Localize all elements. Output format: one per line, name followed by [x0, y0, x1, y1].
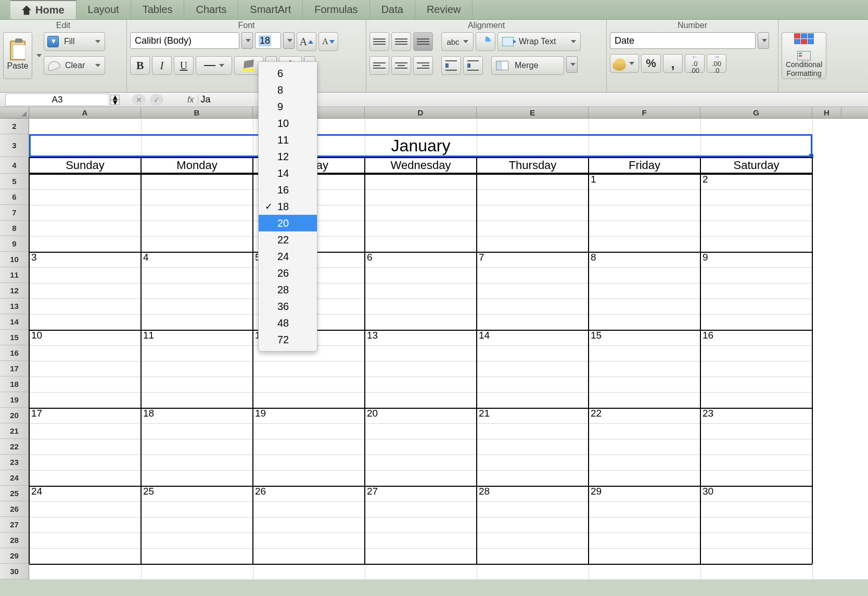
- row-header-30[interactable]: 30: [0, 564, 29, 579]
- row-header-6[interactable]: 6: [0, 189, 29, 205]
- font-size-dropdown[interactable]: [283, 32, 295, 49]
- font-size-option-18[interactable]: ✓18: [259, 198, 317, 215]
- font-size-option-26[interactable]: 26: [259, 265, 317, 281]
- decrease-font-button[interactable]: A: [318, 32, 338, 51]
- row-header-16[interactable]: 16: [0, 345, 29, 361]
- font-size-option-28[interactable]: 28: [259, 281, 317, 298]
- row-header-14[interactable]: 14: [0, 314, 29, 330]
- row-header-22[interactable]: 22: [0, 439, 29, 455]
- conditional-formatting-button[interactable]: Conditional Formatting: [782, 32, 826, 79]
- font-size-option-22[interactable]: 22: [259, 231, 317, 248]
- row-header-19[interactable]: 19: [0, 392, 29, 408]
- clear-button[interactable]: Clear: [44, 56, 105, 75]
- select-all-corner[interactable]: [0, 107, 29, 118]
- fill-button[interactable]: Fill: [44, 32, 105, 51]
- row-header-27[interactable]: 27: [0, 517, 29, 533]
- wrap-text-button[interactable]: Wrap Text: [497, 32, 581, 51]
- row-header-4[interactable]: 4: [0, 157, 29, 174]
- row-header-29[interactable]: 29: [0, 548, 29, 564]
- column-header-E[interactable]: E: [477, 107, 589, 118]
- font-size-option-72[interactable]: 72: [259, 331, 317, 348]
- number-format-select[interactable]: Date: [610, 32, 756, 49]
- name-box-stepper[interactable]: ▴ ▾: [110, 95, 120, 105]
- row-header-28[interactable]: 28: [0, 533, 29, 548]
- accept-formula-button[interactable]: ✓: [150, 94, 163, 106]
- merge-dropdown[interactable]: [566, 56, 578, 73]
- font-size-option-12[interactable]: 12: [259, 148, 317, 165]
- text-direction-button[interactable]: [476, 32, 495, 51]
- orientation-button[interactable]: abc: [441, 32, 474, 51]
- increase-decimal-button[interactable]: ← .0 .00: [685, 54, 705, 73]
- align-middle-button[interactable]: [391, 32, 411, 51]
- align-left-button[interactable]: [369, 56, 389, 75]
- font-size-option-36[interactable]: 36: [259, 298, 317, 315]
- row-header-5[interactable]: 5: [0, 174, 29, 189]
- cells-area[interactable]: JanuarySundayMondayayWednesdayThursdayFr…: [29, 119, 868, 579]
- row-header-13[interactable]: 13: [0, 299, 29, 314]
- tab-smartart[interactable]: SmartArt: [238, 0, 303, 19]
- font-size-option-48[interactable]: 48: [259, 315, 317, 331]
- paste-button[interactable]: Paste: [3, 32, 32, 79]
- row-header-18[interactable]: 18: [0, 377, 29, 392]
- column-header-D[interactable]: D: [365, 107, 477, 118]
- align-top-button[interactable]: [369, 32, 389, 51]
- column-header-F[interactable]: F: [589, 107, 700, 118]
- tab-review[interactable]: Review: [415, 0, 473, 19]
- row-header-12[interactable]: 12: [0, 283, 29, 299]
- increase-indent-button[interactable]: [463, 56, 483, 75]
- font-size-option-14[interactable]: 14: [259, 165, 317, 182]
- row-header-11[interactable]: 11: [0, 267, 29, 283]
- tab-formulas[interactable]: Formulas: [303, 0, 369, 19]
- fx-button[interactable]: [168, 94, 181, 106]
- font-size-option-20[interactable]: 20: [259, 215, 317, 231]
- row-header-3[interactable]: 3: [0, 134, 29, 157]
- cancel-formula-button[interactable]: ✕: [132, 94, 146, 106]
- font-size-dropdown-menu[interactable]: 6891011121416✓182022242628364872: [258, 61, 317, 352]
- stepper-down-icon[interactable]: ▾: [110, 100, 120, 105]
- column-header-G[interactable]: G: [700, 107, 812, 118]
- row-header-25[interactable]: 25: [0, 486, 29, 501]
- font-size-option-16[interactable]: 16: [259, 182, 317, 198]
- decrease-decimal-button[interactable]: → .00 .0: [707, 54, 726, 73]
- italic-button[interactable]: I: [152, 56, 172, 75]
- tab-layout[interactable]: Layout: [76, 0, 131, 19]
- underline-button[interactable]: U: [174, 56, 194, 75]
- tab-tables[interactable]: Tables: [131, 0, 185, 19]
- row-header-23[interactable]: 23: [0, 455, 29, 470]
- column-header-B[interactable]: B: [141, 107, 253, 118]
- percent-button[interactable]: %: [641, 54, 661, 73]
- row-header-24[interactable]: 24: [0, 470, 29, 486]
- align-right-button[interactable]: [413, 56, 433, 75]
- tab-data[interactable]: Data: [370, 0, 415, 19]
- font-size-option-24[interactable]: 24: [259, 248, 317, 265]
- font-name-select[interactable]: Calibri (Body): [130, 32, 239, 49]
- increase-font-button[interactable]: A: [297, 32, 316, 51]
- row-header-21[interactable]: 21: [0, 423, 29, 439]
- name-box[interactable]: A3: [5, 94, 109, 106]
- number-format-dropdown[interactable]: [758, 32, 769, 49]
- row-header-17[interactable]: 17: [0, 361, 29, 377]
- font-size-input[interactable]: 18: [255, 32, 281, 49]
- border-button[interactable]: [196, 56, 232, 75]
- column-header-A[interactable]: A: [29, 107, 141, 118]
- tab-home[interactable]: Home: [10, 0, 76, 19]
- paste-dropdown-arrow[interactable]: [36, 54, 42, 57]
- row-header-2[interactable]: 2: [0, 119, 29, 134]
- font-size-option-9[interactable]: 9: [259, 98, 317, 115]
- font-size-option-6[interactable]: 6: [259, 65, 317, 82]
- font-size-option-10[interactable]: 10: [259, 115, 317, 132]
- font-name-dropdown[interactable]: [241, 32, 253, 49]
- tab-charts[interactable]: Charts: [184, 0, 238, 19]
- row-header-8[interactable]: 8: [0, 221, 29, 236]
- row-header-10[interactable]: 10: [0, 252, 29, 267]
- align-bottom-button[interactable]: [413, 32, 433, 51]
- align-center-button[interactable]: [391, 56, 411, 75]
- bold-button[interactable]: B: [130, 56, 150, 75]
- comma-button[interactable]: ,: [663, 54, 683, 73]
- currency-button[interactable]: [610, 54, 639, 73]
- row-header-26[interactable]: 26: [0, 501, 29, 517]
- row-header-9[interactable]: 9: [0, 236, 29, 252]
- decrease-indent-button[interactable]: [441, 56, 461, 75]
- row-header-7[interactable]: 7: [0, 205, 29, 221]
- font-size-option-11[interactable]: 11: [259, 132, 317, 148]
